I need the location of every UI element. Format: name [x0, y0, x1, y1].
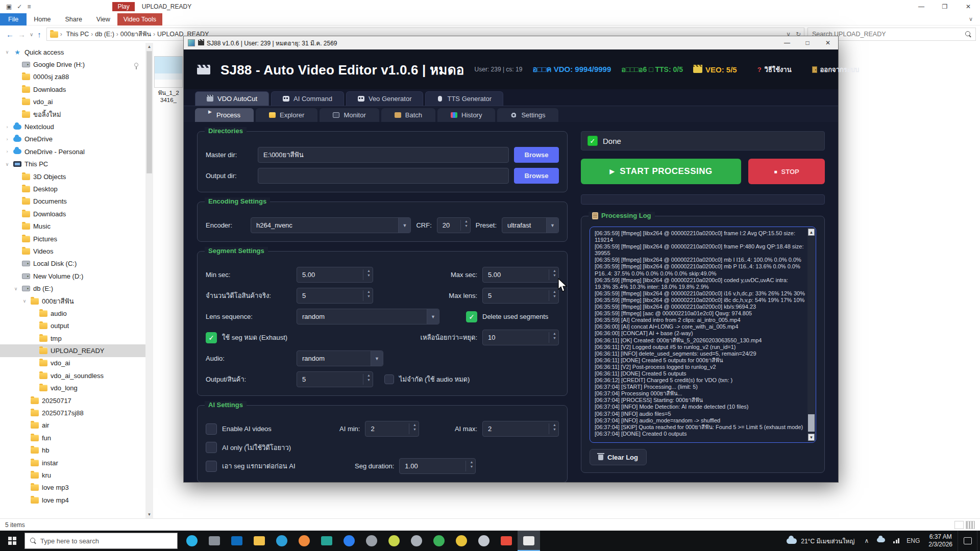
sidebar-item-output[interactable]: output — [0, 320, 145, 332]
spinner-icon[interactable]: ▲▼ — [470, 460, 473, 469]
recent-locations-icon[interactable]: ∨ — [30, 32, 33, 37]
lens-sequence-select[interactable]: random ▼ — [297, 309, 439, 324]
breadcrumb-segment-this-pc[interactable]: This PC — [64, 31, 91, 38]
settings-icon[interactable] — [473, 531, 495, 551]
sidebar-item-20250717[interactable]: 20250717 — [0, 394, 145, 407]
enable-ai-checkbox[interactable]: ✓ — [206, 423, 217, 435]
subtab-settings[interactable]: Settings — [497, 108, 558, 122]
sidebar-item-documents[interactable]: Documents — [0, 195, 145, 208]
scroll-down-icon[interactable]: ▼ — [145, 511, 153, 518]
spinner-icon[interactable]: ▲▼ — [553, 269, 556, 278]
show-desktop-button[interactable] — [977, 531, 980, 551]
ribbon-tab-view[interactable]: View — [89, 14, 117, 24]
task-view-icon[interactable] — [203, 531, 226, 551]
sidebar-item-downloads[interactable]: Downloads — [0, 83, 145, 95]
subtab-process[interactable]: Process — [195, 108, 254, 122]
sidebar-item-upload-ready[interactable]: UPLOAD_READY — [0, 344, 145, 357]
anydesk-icon[interactable] — [495, 531, 518, 551]
start-processing-button[interactable]: ▶ START PROCESSING — [581, 159, 741, 184]
scroll-up-icon[interactable]: ▲ — [808, 229, 815, 236]
clear-log-button[interactable]: Clear Log — [590, 449, 647, 465]
sidebar-item-tmp[interactable]: tmp — [0, 332, 145, 344]
spinner-icon[interactable]: ▲▼ — [367, 373, 371, 382]
spinner-icon[interactable]: ▲▼ — [367, 290, 371, 298]
sidebar-item-downloads[interactable]: Downloads — [0, 208, 145, 220]
tab-veo-generator[interactable]: Veo Generator — [346, 91, 424, 106]
sidebar-item-0000sj-za88[interactable]: 0000sj za88 — [0, 71, 145, 83]
log-scrollbar[interactable]: ▲ ▼ — [807, 228, 815, 442]
sidebar-item-fun[interactable]: fun — [0, 432, 145, 444]
chevron-icon[interactable]: › — [4, 149, 10, 154]
store-icon[interactable] — [226, 531, 248, 551]
qat-customize-icon[interactable]: ≡ — [27, 3, 31, 10]
qat-check-icon[interactable]: ✓ — [17, 3, 22, 10]
chevron-icon[interactable]: › — [4, 124, 10, 130]
max-sec-input[interactable]: 5.00 ▲▼ — [482, 267, 559, 283]
output-per-product-input[interactable]: 5 ▲▼ — [297, 371, 373, 387]
preset-select[interactable]: ultrafast ▼ — [502, 217, 559, 233]
subtab-batch[interactable]: Batch — [381, 108, 435, 122]
chrome-profile-icon-2[interactable] — [405, 531, 428, 551]
subtab-history[interactable]: History — [437, 108, 495, 122]
details-view-icon[interactable] — [954, 521, 964, 529]
sidebar-item-3d-objects[interactable]: 3D Objects — [0, 170, 145, 183]
output-dir-input[interactable] — [258, 168, 509, 184]
output-browse-button[interactable]: Browse — [514, 168, 559, 184]
subtab-explorer[interactable]: Explorer — [256, 108, 317, 122]
sidebar-item-love-mp3[interactable]: love mp3 — [0, 482, 145, 494]
sidebar-item-videos[interactable]: Videos — [0, 245, 145, 257]
unlimited-audio-checkbox[interactable]: ✓ — [384, 374, 394, 384]
explorer-minimize-button[interactable]: — — [910, 0, 933, 13]
sidebar-item-quick-access[interactable]: ∨★Quick access — [0, 46, 145, 58]
cortana-icon[interactable] — [181, 531, 203, 551]
chevron-icon[interactable]: ∨ — [21, 298, 28, 304]
scrollbar-thumb[interactable] — [146, 51, 152, 173]
action-center-button[interactable] — [958, 531, 977, 551]
chrome-profile-icon-3[interactable] — [428, 531, 450, 551]
explorer-close-button[interactable]: ✕ — [957, 0, 980, 13]
video-tools-play-badge[interactable]: Play — [112, 2, 134, 11]
sidebar-item-hb[interactable]: hb — [0, 444, 145, 457]
chevron-icon[interactable]: ∨ — [13, 286, 19, 291]
spinner-icon[interactable]: ▲▼ — [413, 423, 416, 432]
real-video-count-input[interactable]: 5 ▲▼ — [297, 288, 373, 304]
ribbon-tab-home[interactable]: Home — [27, 14, 58, 24]
sidebar-item-pictures[interactable]: Pictures — [0, 233, 145, 245]
sidebar-item-music[interactable]: Music — [0, 220, 145, 232]
sidebar-item-audio[interactable]: audio — [0, 307, 145, 319]
start-button[interactable] — [0, 531, 24, 551]
breadcrumb-segment-000[interactable]: 000ยาสีฟัน — [118, 31, 153, 38]
sj88-maximize-button[interactable]: □ — [797, 36, 818, 49]
file-explorer-icon[interactable] — [248, 531, 271, 551]
ai-max-input[interactable]: 2 ▲▼ — [482, 421, 559, 437]
scroll-down-icon[interactable]: ▼ — [808, 434, 815, 441]
spinner-icon[interactable]: ▲▼ — [464, 219, 468, 228]
ribbon-tab-share[interactable]: Share — [58, 14, 89, 24]
browser-app-icon-1[interactable] — [338, 531, 360, 551]
sidebar-item-air[interactable]: air — [0, 419, 145, 432]
spinner-icon[interactable]: ▲▼ — [367, 269, 371, 278]
up-button[interactable]: ↑ — [37, 30, 41, 39]
tab-vdo-autocut[interactable]: VDO AutoCut — [195, 91, 269, 106]
explorer-maximize-button[interactable]: ❐ — [933, 0, 957, 13]
master-dir-input[interactable]: E:\000ยาสีฟัน — [258, 147, 509, 163]
sidebar-item-local-disk-c[interactable]: Local Disk (C:) — [0, 258, 145, 270]
sj88-titlebar[interactable]: SJ88 v1.0.6 | User: 239 | หมดอายุ: 31 มี… — [184, 36, 838, 49]
tab-ai-command[interactable]: AI Command — [271, 91, 344, 106]
file-item[interactable]: ฟัน_1_2 3416_ — [153, 56, 184, 104]
chrome-profile-icon-4[interactable] — [450, 531, 473, 551]
crf-input[interactable]: 20 ▲▼ — [437, 217, 471, 233]
chevron-icon[interactable]: ∨ — [4, 162, 10, 167]
log-box[interactable]: [06:35:59] [ffmpeg] [libx264 @ 000002210… — [590, 227, 816, 443]
sidebar-item-nextcloud[interactable]: ›Nextcloud — [0, 120, 145, 133]
chrome-profile-icon-1[interactable] — [383, 531, 405, 551]
delete-used-checkbox[interactable]: ✓ — [466, 311, 477, 322]
spinner-icon[interactable]: ▲▼ — [553, 332, 556, 340]
network-icon[interactable] — [890, 538, 903, 543]
subtab-monitor[interactable]: Monitor — [320, 108, 379, 122]
sidebar-item-love-mp4[interactable]: love mp4 — [0, 494, 145, 506]
sidebar-item-000[interactable]: ∨000ยาสีฟัน — [0, 295, 145, 307]
weather-widget[interactable]: 21°C มีเมฆส่วนใหญ่ — [780, 536, 861, 546]
clock[interactable]: 6:37 AM 2/3/2026 — [923, 533, 958, 548]
sj88-minimize-button[interactable]: — — [777, 36, 797, 49]
